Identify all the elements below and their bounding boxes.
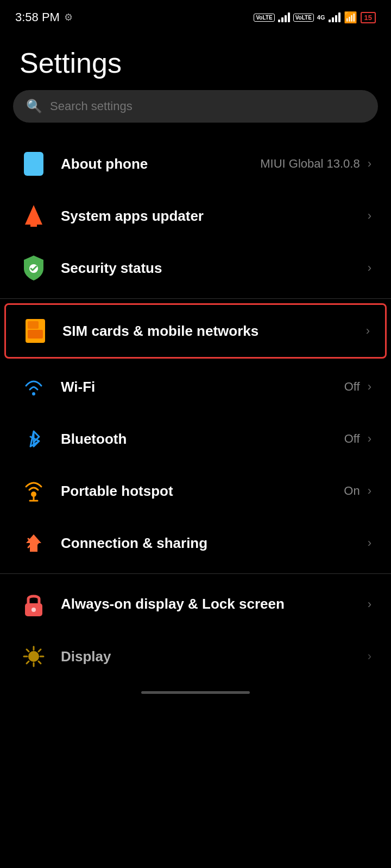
svg-line-21 [39,649,41,652]
sim-cards-right: › [366,324,370,338]
section-2: SIM cards & mobile networks › Wi-Fi Off … [0,303,391,569]
about-phone-right: MIUI Global 13.0.8 › [260,157,371,171]
signal-bars-1 [278,12,290,22]
about-phone-label: About phone [61,156,260,173]
always-on-label: Always-on display & Lock screen [61,595,368,614]
search-icon: 🔍 [26,99,42,114]
wifi-right: Off › [344,380,371,394]
connection-icon [20,529,48,557]
search-bar[interactable]: 🔍 [13,90,378,123]
settings-item-about-phone[interactable]: About phone MIUI Global 13.0.8 › [0,138,391,190]
about-phone-content: About phone [61,156,260,173]
bluetooth-label: Bluetooth [61,431,344,448]
chevron-icon: › [368,432,371,446]
chevron-icon: › [368,649,371,663]
chevron-icon: › [368,536,371,550]
settings-item-always-on-display[interactable]: Always-on display & Lock screen › [0,578,391,630]
always-on-right: › [368,597,371,611]
wifi-status-icon: 📶 [344,11,357,24]
hotspot-icon [20,477,48,505]
system-apps-label: System apps updater [61,208,368,225]
time-display: 3:58 PM [15,10,60,24]
search-input[interactable] [50,99,365,113]
lock-icon [20,590,48,618]
svg-rect-6 [28,321,39,329]
hotspot-right: On › [344,484,371,498]
bluetooth-icon [20,425,48,453]
display-right: › [368,649,371,663]
settings-item-security-status[interactable]: Security status › [0,242,391,294]
display-icon [20,642,48,671]
settings-item-connection-sharing[interactable]: Connection & sharing › [0,517,391,569]
chevron-icon: › [368,261,371,275]
svg-point-14 [28,651,39,662]
chevron-icon: › [368,380,371,394]
security-status-right: › [368,261,371,275]
security-status-content: Security status [61,260,368,277]
display-label: Display [61,648,368,665]
always-on-content: Always-on display & Lock screen [61,595,368,614]
page-title: Settings [0,30,391,90]
scroll-indicator [141,691,250,694]
system-apps-content: System apps updater [61,208,368,225]
sim-cards-content: SIM cards & mobile networks [62,323,366,340]
phone-icon [20,150,48,178]
volte1-icon: VoLTE [254,14,274,22]
sim-cards-label: SIM cards & mobile networks [62,323,366,340]
status-bar: 3:58 PM ⚙ VoLTE VoLTE 4G 📶 15 [0,0,391,30]
security-status-label: Security status [61,260,368,277]
chevron-icon: › [368,484,371,498]
bluetooth-value: Off [344,432,360,446]
svg-rect-5 [28,330,43,339]
svg-line-19 [27,649,29,652]
svg-line-22 [27,661,29,663]
arrow-up-icon [20,202,48,230]
display-content: Display [61,648,368,665]
chevron-icon: › [368,209,371,223]
settings-item-wifi[interactable]: Wi-Fi Off › [0,361,391,413]
settings-item-sim-cards[interactable]: SIM cards & mobile networks › [4,303,387,359]
svg-marker-10 [26,534,41,552]
chevron-icon: › [368,157,371,171]
chevron-icon: › [368,597,371,611]
status-time: 3:58 PM ⚙ [15,10,73,24]
settings-item-bluetooth[interactable]: Bluetooth Off › [0,413,391,465]
shield-icon [20,254,48,282]
4g-icon: 4G [317,14,325,21]
divider-1 [0,298,391,299]
connection-sharing-content: Connection & sharing [61,535,368,552]
wifi-value: Off [344,380,360,394]
svg-rect-2 [30,220,37,227]
connection-sharing-label: Connection & sharing [61,535,368,552]
about-phone-value: MIUI Global 13.0.8 [260,157,360,171]
hotspot-label: Portable hotspot [61,483,344,500]
sim-icon [21,317,49,345]
connection-sharing-right: › [368,536,371,550]
signal-bars-2 [329,12,340,22]
svg-line-20 [39,661,41,663]
bluetooth-right: Off › [344,432,371,446]
settings-item-display[interactable]: Display › [0,630,391,682]
svg-point-8 [32,392,35,395]
bluetooth-content: Bluetooth [61,431,344,448]
gear-icon: ⚙ [64,11,73,23]
svg-point-13 [31,608,36,612]
settings-item-system-apps-updater[interactable]: System apps updater › [0,190,391,242]
battery-level: 15 [364,14,372,22]
system-apps-right: › [368,209,371,223]
wifi-icon [20,373,48,401]
volte2-icon: VoLTE [293,14,314,22]
wifi-content: Wi-Fi [61,379,344,395]
section-1: About phone MIUI Global 13.0.8 › System … [0,138,391,294]
hotspot-value: On [344,484,360,498]
hotspot-content: Portable hotspot [61,483,344,500]
divider-2 [0,573,391,574]
section-3: Always-on display & Lock screen › Displa… [0,578,391,682]
chevron-icon: › [366,324,370,338]
svg-rect-0 [24,152,43,176]
battery-icon: 15 [361,12,376,23]
wifi-label: Wi-Fi [61,379,344,395]
settings-item-portable-hotspot[interactable]: Portable hotspot On › [0,465,391,517]
status-icons: VoLTE VoLTE 4G 📶 15 [254,11,376,24]
